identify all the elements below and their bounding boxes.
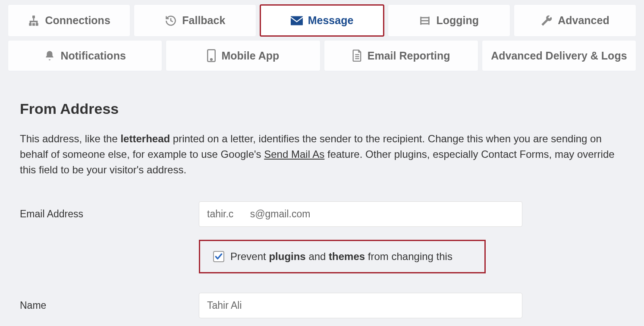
email-address-row: Email Address <box>20 201 624 227</box>
email-address-input[interactable] <box>199 201 522 227</box>
svg-rect-0 <box>33 16 35 18</box>
tab-label: Message <box>308 14 354 27</box>
section-heading: From Address <box>20 100 624 117</box>
prevent-override-row: Prevent plugins and themes from changing… <box>199 240 486 273</box>
tab-label: Email Reporting <box>368 50 450 62</box>
svg-rect-1 <box>29 23 31 25</box>
bell-icon <box>44 50 55 61</box>
file-icon <box>352 50 362 62</box>
tab-advanced-delivery[interactable]: Advanced Delivery & Logs <box>482 40 636 71</box>
prevent-override-label: Prevent plugins and themes from changing… <box>230 251 452 263</box>
list-icon <box>419 15 431 27</box>
tab-fallback[interactable]: Fallback <box>134 4 256 37</box>
send-mail-as-link[interactable]: Send Mail As <box>264 148 324 160</box>
content-area: From Address This address, like the lett… <box>8 75 636 318</box>
tab-label: Advanced Delivery & Logs <box>491 50 627 62</box>
tab-logging[interactable]: Logging <box>388 4 510 37</box>
tab-label: Mobile App <box>221 50 279 62</box>
tab-label: Fallback <box>182 14 225 27</box>
tabs-row-2: Notifications Mobile App Email Reporting… <box>8 40 636 71</box>
tab-mobile-app[interactable]: Mobile App <box>166 40 320 71</box>
email-address-label: Email Address <box>20 208 199 220</box>
tab-label: Notifications <box>60 50 126 62</box>
name-input[interactable] <box>199 293 522 318</box>
svg-rect-2 <box>33 23 35 25</box>
name-row: Name <box>20 293 624 318</box>
tab-email-reporting[interactable]: Email Reporting <box>324 40 478 71</box>
svg-rect-4 <box>291 16 303 25</box>
history-icon <box>165 15 177 27</box>
wrench-icon <box>540 15 553 27</box>
mobile-icon <box>207 49 216 62</box>
tab-label: Connections <box>45 14 110 27</box>
tabs-row-1: Connections Fallback Message Logging Adv… <box>8 4 636 37</box>
tab-connections[interactable]: Connections <box>8 4 130 37</box>
section-description: This address, like the letterhead printe… <box>20 131 624 178</box>
tab-label: Advanced <box>558 14 609 27</box>
sitemap-icon <box>28 15 40 27</box>
prevent-override-checkbox[interactable] <box>213 251 224 262</box>
tab-advanced[interactable]: Advanced <box>514 4 636 37</box>
envelope-icon <box>291 16 303 25</box>
svg-point-11 <box>211 59 213 60</box>
svg-rect-3 <box>36 23 38 25</box>
name-label: Name <box>20 300 199 311</box>
tab-message[interactable]: Message <box>260 4 384 37</box>
tab-label: Logging <box>436 14 479 27</box>
tab-notifications[interactable]: Notifications <box>8 40 162 71</box>
